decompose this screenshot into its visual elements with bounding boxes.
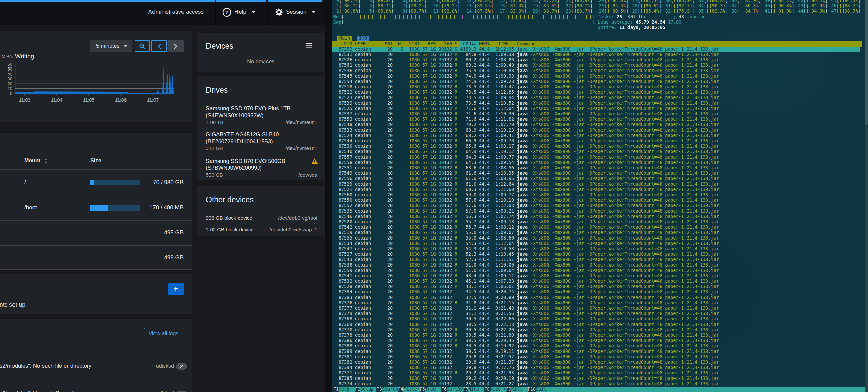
process-row[interactable]: 87381debian20103G57.1G3013229.844.40:21.… xyxy=(332,354,868,360)
fkey-number[interactable]: F3 xyxy=(376,387,382,392)
process-row[interactable]: 87555debian20103G57.1G30132R55.044.41:08… xyxy=(332,235,868,241)
process-row[interactable]: 87549debian20103G57.1G30132R61.644.41:10… xyxy=(332,171,868,176)
process-row[interactable]: 87542debian20103G57.1G30132R55.744.41:08… xyxy=(332,225,868,230)
process-row[interactable]: 87530debian20103G57.1G30132R65.644.41:08… xyxy=(332,144,868,149)
process-row[interactable]: 87536debian20103G57.1G30132R75.544.41:10… xyxy=(332,68,868,74)
process-row[interactable]: 87369debian20103G57.1G3013230.544.40:22.… xyxy=(332,322,868,327)
process-row[interactable]: 87521debian20103G57.1G30132R60.344.41:11… xyxy=(332,187,868,192)
sort-icon[interactable] xyxy=(44,158,48,164)
process-row[interactable]: 87554debian20103G57.1G30132R74.944.41:09… xyxy=(332,79,868,84)
process-row[interactable]: 87528debian20103G57.1G30132R43.144.41:06… xyxy=(332,284,868,289)
mount-cell[interactable]: - xyxy=(24,254,26,261)
terminal-scrollbar-thumb[interactable] xyxy=(865,0,868,125)
fkey-number[interactable]: F9 xyxy=(506,387,511,392)
process-row[interactable]: 87252debian200103G57.1G30132S4163.344.41… xyxy=(332,47,868,52)
process-row[interactable]: 87523debian20103G57.1G30132R73.544.41:09… xyxy=(332,95,868,101)
graph-back-button[interactable] xyxy=(151,40,167,52)
fkey-number[interactable]: F4 xyxy=(398,387,403,392)
mount-cell[interactable]: - xyxy=(24,229,26,236)
process-row[interactable]: 87540debian20103G57.1G30132R64.944.41:10… xyxy=(332,149,868,155)
process-row[interactable]: 87370debian20103G57.1G30132R30.544.40:22… xyxy=(332,327,868,333)
fkey-number[interactable]: F5 xyxy=(420,387,425,392)
process-row[interactable]: 87557debian20103G57.1G30132R64.344.41:09… xyxy=(332,155,868,160)
process-row[interactable]: 87378debian20103G57.1G30132R30.544.40:21… xyxy=(332,333,868,338)
drive-name[interactable]: Samsung SSD 870 EVO 500GB xyxy=(206,158,285,164)
process-row[interactable]: 87529debian20103G57.1G30132R61.044.41:12… xyxy=(332,181,868,187)
fkey-label[interactable]: Filter xyxy=(403,387,420,392)
mount-cell[interactable]: / xyxy=(24,179,26,186)
process-row[interactable]: 87383debian20103G57.1G3013232.544.40:20.… xyxy=(332,295,868,300)
process-row[interactable]: 87552debian20103G57.1G30132R57.644.41:12… xyxy=(332,203,868,208)
process-row[interactable]: 87556debian20103G57.1G30132R61.644.41:08… xyxy=(332,176,868,181)
tab-io[interactable]: I/O xyxy=(357,36,369,41)
process-row[interactable]: 87377debian20103G57.1G3013231.144.40:21.… xyxy=(332,306,868,311)
fkey-label[interactable]: Setup xyxy=(360,387,376,392)
process-row[interactable]: 87534debian20103G57.1G30132R54.344.41:12… xyxy=(332,241,868,246)
drive-name[interactable]: GIGABYTE AG4512G-SI B10 xyxy=(206,131,279,138)
process-row[interactable]: 87531debian20103G57.1G30132R84.844.41:09… xyxy=(332,52,868,57)
process-row[interactable]: 87545debian20103G57.1G30132R74.944.41:09… xyxy=(332,74,868,79)
process-row[interactable]: 87559debian20103G57.1G30132R51.044.41:09… xyxy=(332,268,868,273)
process-row[interactable]: 87526debian20103G57.1G30132R80.244.41:08… xyxy=(332,57,868,63)
process-row[interactable]: 87522debian20103G57.1G30132R73.544.41:12… xyxy=(332,90,868,95)
fkey-number[interactable]: F10 xyxy=(528,387,536,392)
process-row[interactable]: 87532debian20103G57.1G30132R45.144.41:07… xyxy=(332,279,868,284)
add-nfs-button[interactable]: + xyxy=(168,283,184,295)
process-row[interactable]: 87561debian20103G57.1G30132R80.244.41:09… xyxy=(332,63,868,68)
fkey-number[interactable]: F8 xyxy=(484,387,490,392)
fkey-label[interactable]: Search xyxy=(382,387,398,392)
fkey-label[interactable]: Help xyxy=(339,387,355,392)
tab-main[interactable]: Main xyxy=(337,36,352,41)
process-row[interactable]: 87541debian20103G57.1G30132R48.444.41:09… xyxy=(332,273,868,279)
process-row[interactable]: 87544debian20103G57.1G30132R66.944.41:09… xyxy=(332,138,868,144)
process-row[interactable]: 87535debian20103G57.1G30132R57.044.41:08… xyxy=(332,208,868,214)
session-menu-button[interactable]: Session xyxy=(274,2,316,22)
fkey-number[interactable]: F6 xyxy=(441,387,447,392)
graph-range-select[interactable]: 5 minutes xyxy=(90,40,132,52)
process-row[interactable]: 87368debian20103G57.1G3013230.544.40:22.… xyxy=(332,316,868,322)
fkey-label[interactable]: Nice + xyxy=(490,387,506,392)
process-row[interactable]: 87518debian20103G57.1G30132R73.544.41:09… xyxy=(332,84,868,90)
process-row[interactable]: 87520debian20103G57.1G30132R55.744.41:09… xyxy=(332,219,868,225)
process-row[interactable]: 87553debian20103G57.1G30132R71.644.41:11… xyxy=(332,117,868,122)
process-row[interactable]: 87385debian20103G57.1G3013229.244.40:20.… xyxy=(332,376,868,381)
fkey-number[interactable]: F1 xyxy=(333,387,339,392)
fkey-label[interactable]: Kill xyxy=(511,387,528,392)
process-row[interactable]: 87560debian20103G57.1G30132R59.044.41:09… xyxy=(332,192,868,198)
fkey-label[interactable]: SortBy xyxy=(447,387,463,392)
process-row[interactable]: 87379debian20103G57.1G3013231.144.40:21.… xyxy=(332,311,868,316)
process-row[interactable]: 87389debian20103G57.1G3013230.544.40:19.… xyxy=(332,349,868,354)
fkey-label[interactable]: Nice - xyxy=(468,387,484,392)
graph-forward-button[interactable] xyxy=(168,40,184,52)
fkey-label[interactable]: Quit xyxy=(536,387,552,392)
process-row[interactable]: 87550debian20103G57.1G30132R57.644.41:10… xyxy=(332,198,868,203)
fkey-number[interactable]: F2 xyxy=(355,387,360,392)
process-row[interactable]: 87547debian20103G57.1G30132R54.344.41:10… xyxy=(332,246,868,252)
process-row[interactable]: 87525debian20103G57.1G30132R71.644.41:12… xyxy=(332,106,868,111)
process-row[interactable]: 87384debian20103G57.1G3013234.544.40:20.… xyxy=(332,289,868,295)
process-row[interactable]: 87558debian20103G57.1G30132R64.344.41:09… xyxy=(332,160,868,165)
process-row[interactable]: 87546debian20103G57.1G30132R56.344.41:07… xyxy=(332,214,868,219)
devices-menu-button[interactable] xyxy=(306,43,313,49)
process-row[interactable]: 87376debian20103G57.1G30132R31.844.40:21… xyxy=(332,300,868,306)
help-menu-button[interactable]: ? Help xyxy=(222,2,255,22)
process-row[interactable]: 87382debian20103G57.1G3013229.844.40:21.… xyxy=(332,360,868,365)
drive-name[interactable]: Samsung SSD 970 EVO Plus 1TB xyxy=(206,105,290,112)
htop-terminal-window[interactable]: 0[90.7%]3[89.9%]6[88.8%]9[88.8%]12[90.8%… xyxy=(332,0,868,392)
process-row[interactable]: 87524debian20103G57.1G30132R68.244.41:09… xyxy=(332,133,868,138)
mount-column-header[interactable]: Mount xyxy=(24,158,40,164)
process-row[interactable]: 87374debian20103G57.1G3013228.544.40:21.… xyxy=(332,381,868,387)
process-row[interactable]: 87538debian20103G57.1G30132R51.044.41:10… xyxy=(332,262,868,268)
process-row[interactable]: 87371debian20103G57.1G30132R29.244.40:21… xyxy=(332,370,868,376)
fkey-label[interactable]: Tree xyxy=(425,387,441,392)
process-row[interactable]: 87388debian20103G57.1G30132R30.544.40:19… xyxy=(332,343,868,349)
process-row[interactable]: 87537debian20103G57.1G30132R71.644.41:10… xyxy=(332,111,868,117)
process-row[interactable]: 87539debian20103G57.1G30132R73.544.41:10… xyxy=(332,101,868,106)
process-row[interactable]: 87548debian20103G57.1G30132R70.244.41:07… xyxy=(332,122,868,128)
view-all-logs-button[interactable]: View all logs xyxy=(144,328,183,339)
process-row[interactable]: 87527debian20103G57.1G30132R52.344.41:10… xyxy=(332,252,868,257)
process-row[interactable]: 87543debian20103G57.1G30132R52.344.41:11… xyxy=(332,257,868,262)
administrative-access-label[interactable]: Administrative access xyxy=(148,2,204,22)
process-row[interactable]: 87533debian20103G57.1G30132R68.944.41:10… xyxy=(332,128,868,133)
zoom-out-button[interactable] xyxy=(135,40,150,52)
